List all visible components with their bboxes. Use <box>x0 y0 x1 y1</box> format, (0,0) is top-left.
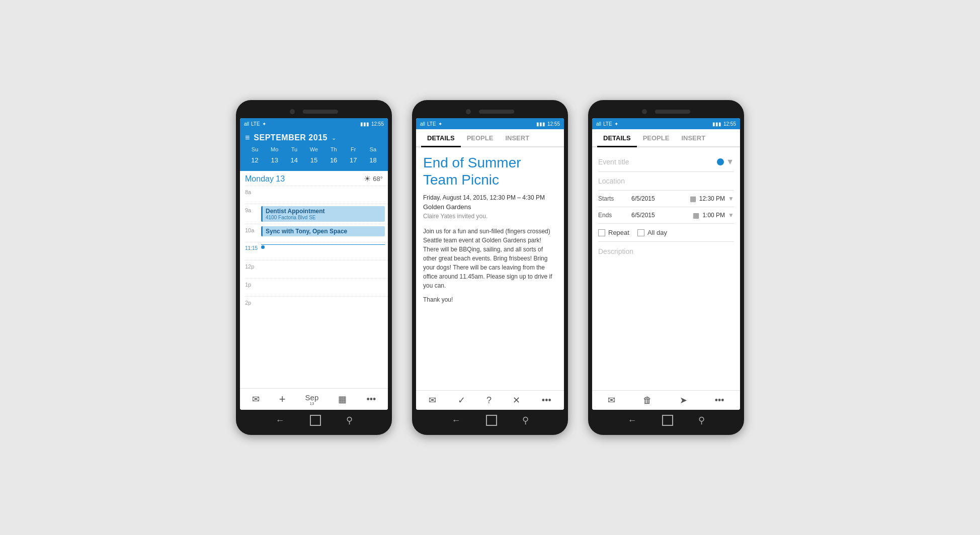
status-bar-1: all LTE ✦ ▮▮▮ 12:55 <box>240 118 388 129</box>
time-8a: 8a <box>245 188 259 195</box>
signal-icon-1: all <box>244 121 249 127</box>
starts-time[interactable]: 12:30 PM <box>699 195 725 202</box>
home-button-1[interactable] <box>310 415 321 426</box>
event-dentist-sub: 4100 Factoria Blvd SE <box>266 215 382 220</box>
ends-date[interactable]: 6/5/2015 <box>631 212 690 219</box>
signal-icon-3: all <box>596 121 601 127</box>
event-sync-title: Sync with Tony, Open Space <box>266 228 382 235</box>
search-button-3[interactable]: ⚲ <box>698 415 705 426</box>
event-invited: Claire Yates invited you. <box>423 213 557 220</box>
battery-icon-3: ▮▮▮ <box>712 121 721 127</box>
color-dot[interactable] <box>717 158 724 165</box>
repeat-checkbox-item[interactable]: Repeat <box>598 229 629 236</box>
send-button[interactable]: ➤ <box>680 395 687 406</box>
starts-calendar-icon[interactable]: ▦ <box>690 195 696 203</box>
ends-calendar-icon[interactable]: ▦ <box>693 211 699 219</box>
cal-day-13[interactable]: 13 <box>265 154 284 166</box>
calendar-header: ≡ SEPTEMBER 2015 ⌄ Su Mo Tu We Th Fr Sa … <box>240 129 388 171</box>
allday-checkbox[interactable] <box>637 229 644 236</box>
more-button-1[interactable]: ••• <box>366 394 376 405</box>
search-button-1[interactable]: ⚲ <box>346 415 353 426</box>
tentative-button[interactable]: ? <box>486 395 492 406</box>
decline-button[interactable]: ✕ <box>513 395 520 406</box>
day-header-tu: Tu <box>284 146 304 152</box>
back-button-3[interactable]: ← <box>628 415 637 426</box>
ends-row: Ends 6/5/2015 ▦ 1:00 PM ▼ <box>598 207 734 224</box>
new-event-form: Event title ▼ Location Starts 6/5/2015 ▦… <box>592 147 740 390</box>
cal-day-15[interactable]: 15 <box>304 154 323 166</box>
phone-2: all LTE ✦ ▮▮▮ 12:55 DETAILS PEOPLE INSER… <box>412 100 568 435</box>
back-button-2[interactable]: ← <box>452 415 461 426</box>
time-slot-9a[interactable]: 9a Dentist Appointment 4100 Factoria Blv… <box>245 204 388 224</box>
event-dentist[interactable]: Dentist Appointment 4100 Factoria Blvd S… <box>261 206 385 222</box>
cal-day-16[interactable]: 16 <box>324 154 344 166</box>
event-date-time: Friday, August 14, 2015, 12:30 PM – 4:30… <box>423 194 557 201</box>
allday-label: All day <box>647 229 667 236</box>
cal-day-12[interactable]: 12 <box>245 154 265 166</box>
phone-top-1 <box>240 106 388 118</box>
time-slot-1p: 1p <box>245 278 388 296</box>
day-header-row: Monday 13 ☀ 68° <box>240 171 388 186</box>
description-field[interactable]: Description <box>598 242 734 261</box>
description-placeholder: Description <box>598 247 633 255</box>
event-dentist-title: Dentist Appointment <box>266 208 382 215</box>
event-title-placeholder: Event title <box>598 158 717 166</box>
time-12p: 12p <box>245 262 259 270</box>
menu-icon[interactable]: ≡ <box>245 133 250 142</box>
day-header-mo: Mo <box>265 146 284 152</box>
starts-time-dropdown-icon[interactable]: ▼ <box>728 195 734 202</box>
mail-button-2[interactable]: ✉ <box>429 395 436 406</box>
add-button[interactable]: + <box>279 393 286 406</box>
calendar-view-button[interactable]: ▦ <box>338 394 347 405</box>
event-title-field[interactable]: Event title ▼ <box>598 152 734 172</box>
event-sync[interactable]: Sync with Tony, Open Space <box>261 226 385 236</box>
mail-button-1[interactable]: ✉ <box>252 394 260 405</box>
screen-3: all LTE ✦ ▮▮▮ 12:55 DETAILS PEOPLE INSER… <box>592 118 740 410</box>
detail-bottom-toolbar: ✉ ✓ ? ✕ ••• <box>416 390 564 410</box>
weather-display: ☀ 68° <box>364 174 383 184</box>
day-header-fr: Fr <box>344 146 363 152</box>
phone-1: all LTE ✦ ▮▮▮ 12:55 ≡ SEPTEMBER 2015 ⌄ S… <box>236 100 392 435</box>
cal-day-17[interactable]: 17 <box>344 154 363 166</box>
starts-date[interactable]: 6/5/2015 <box>631 195 687 202</box>
ends-time[interactable]: 1:00 PM <box>702 212 725 219</box>
phone-bottom-3: ← ⚲ <box>592 410 740 429</box>
color-dropdown-icon[interactable]: ▼ <box>726 157 734 166</box>
accept-button[interactable]: ✓ <box>458 395 465 406</box>
tab-details-3[interactable]: DETAILS <box>597 129 637 147</box>
tab-insert-3[interactable]: INSERT <box>675 129 711 147</box>
month-dropdown-icon[interactable]: ⌄ <box>332 135 336 141</box>
phone-bottom-2: ← ⚲ <box>416 410 564 429</box>
cal-day-14[interactable]: 14 <box>284 154 304 166</box>
days-header: Su Mo Tu We Th Fr Sa <box>245 146 383 152</box>
tab-insert-2[interactable]: INSERT <box>499 129 535 147</box>
repeat-label: Repeat <box>608 229 629 236</box>
time-slot-10a[interactable]: 10a Sync with Tony, Open Space <box>245 224 388 242</box>
cal-day-18[interactable]: 18 <box>363 154 383 166</box>
search-button-2[interactable]: ⚲ <box>522 415 529 426</box>
phone-bottom-1: ← ⚲ <box>240 410 388 429</box>
tab-details-2[interactable]: DETAILS <box>421 129 461 147</box>
location-field[interactable]: Location <box>598 172 734 191</box>
home-button-2[interactable] <box>486 415 497 426</box>
tab-people-2[interactable]: PEOPLE <box>461 129 500 147</box>
ends-time-dropdown-icon[interactable]: ▼ <box>728 212 734 219</box>
day-label: Monday 13 <box>245 174 285 184</box>
time-slots: 8a 9a Dentist Appointment 4100 Factoria … <box>240 186 388 314</box>
repeat-checkbox[interactable] <box>598 229 605 236</box>
mail-button-3[interactable]: ✉ <box>608 395 615 406</box>
more-button-2[interactable]: ••• <box>542 395 551 406</box>
delete-button[interactable]: 🗑 <box>643 395 652 406</box>
time-1: 12:55 <box>371 121 384 127</box>
more-button-3[interactable]: ••• <box>715 395 724 406</box>
back-button-1[interactable]: ← <box>276 415 285 426</box>
checkbox-row: Repeat All day <box>598 224 734 242</box>
today-button[interactable]: Sep 13 <box>305 393 319 406</box>
time-2: 12:55 <box>547 121 560 127</box>
sun-icon: ☀ <box>364 174 371 184</box>
time-2p: 2p <box>245 299 259 306</box>
current-time-dot <box>261 245 265 249</box>
tab-people-3[interactable]: PEOPLE <box>637 129 676 147</box>
allday-checkbox-item[interactable]: All day <box>637 229 667 236</box>
home-button-3[interactable] <box>662 415 673 426</box>
